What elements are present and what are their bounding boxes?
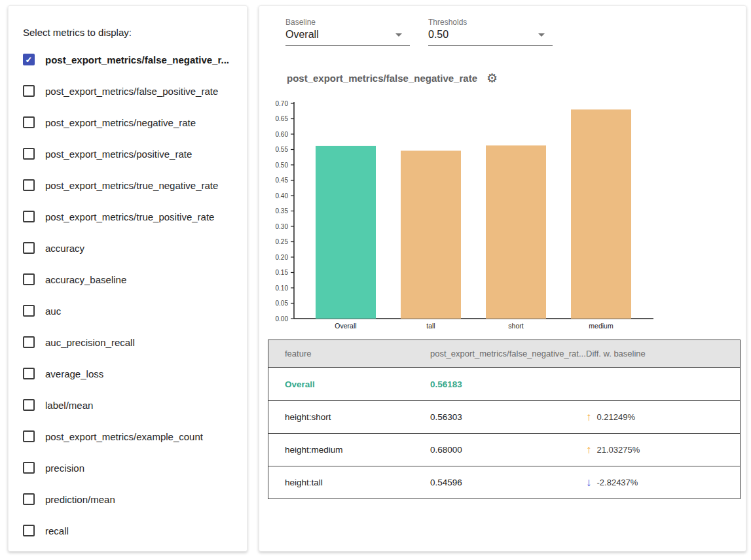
bar-tall[interactable] — [401, 150, 461, 319]
value-cell: 0.54596 — [430, 478, 586, 487]
checkbox[interactable]: ✓ — [23, 399, 35, 411]
metrics-panel: Baseline Overall Thresholds 0.50 post_ex… — [259, 5, 746, 551]
metric-checkbox-item[interactable]: ✓ precision — [23, 452, 242, 483]
checkbox[interactable]: ✓ — [23, 116, 35, 128]
metric-checkbox-item[interactable]: ✓ post_export_metrics/true_positive_rate — [23, 201, 242, 232]
chart-title: post_export_metrics/false_negative_rate — [287, 73, 477, 84]
y-tick-label: 0.50 — [276, 162, 289, 169]
metric-checkbox-item[interactable]: ✓ post_export_metrics/example_count — [23, 421, 242, 452]
checkbox[interactable]: ✓ — [23, 273, 35, 285]
diff-cell: ↑ 0.21249% — [586, 411, 740, 423]
y-tick-label: 0.70 — [276, 100, 289, 107]
y-tick-label: 0.15 — [276, 269, 289, 276]
baseline-label: Baseline — [285, 18, 410, 27]
x-category-label: short — [508, 322, 523, 330]
baseline-value: Overall — [285, 29, 319, 41]
checkbox[interactable]: ✓ — [23, 462, 35, 474]
thresholds-label: Thresholds — [428, 18, 553, 27]
metric-label: post_export_metrics/true_negative_rate — [45, 180, 218, 191]
metric-checkbox-item[interactable]: ✓ auc_precision_recall — [23, 326, 242, 358]
metric-checkbox-item[interactable]: ✓ accuracy_baseline — [23, 264, 242, 295]
table-row: height:short 0.56303 ↑ 0.21249% — [268, 400, 740, 433]
metric-checkbox-item[interactable]: ✓ average_loss — [23, 358, 242, 389]
value-cell: 0.56303 — [430, 412, 586, 422]
y-tick-label: 0.20 — [276, 254, 289, 261]
thresholds-dropdown[interactable]: Thresholds 0.50 — [428, 18, 553, 46]
metric-selector-title: Select metrics to display: — [23, 27, 132, 38]
metric-checkbox-item[interactable]: ✓ post_export_metrics/false_positive_rat… — [23, 75, 242, 107]
metric-checkbox-item[interactable]: ✓ auc — [23, 295, 242, 326]
bar-medium[interactable] — [571, 109, 631, 319]
y-tick-label: 0.60 — [276, 131, 289, 138]
value-cell: 0.56183 — [430, 379, 586, 389]
metric-label: post_export_metrics/positive_rate — [45, 149, 192, 160]
controls-row: Baseline Overall Thresholds 0.50 — [285, 18, 553, 46]
feature-cell: height:medium — [268, 445, 430, 455]
bar-Overall[interactable] — [316, 146, 376, 319]
y-tick-label: 0.45 — [276, 177, 289, 184]
checkbox[interactable]: ✓ — [23, 430, 35, 442]
settings-gear-icon[interactable]: ⚙ — [486, 72, 498, 84]
metric-checkbox-item[interactable]: ✓ post_export_metrics/negative_rate — [23, 107, 242, 138]
metric-label: post_export_metrics/false_negative_r... — [45, 54, 229, 65]
dropdown-arrow-icon — [395, 33, 402, 37]
feature-cell: height:tall — [268, 478, 430, 487]
metric-label: precision — [45, 463, 84, 474]
dropdown-arrow-icon — [538, 33, 545, 37]
metric-label: post_export_metrics/example_count — [45, 431, 203, 442]
checkbox[interactable]: ✓ — [23, 368, 35, 379]
feature-cell: Overall — [268, 379, 430, 389]
metric-label: auc_precision_recall — [45, 337, 135, 348]
up-arrow-icon: ↑ — [586, 411, 592, 423]
metric-list: ✓ post_export_metrics/false_negative_r..… — [23, 44, 242, 546]
metric-label: accuracy_baseline — [45, 274, 126, 285]
metric-checkbox-item[interactable]: ✓ post_export_metrics/true_negative_rate — [23, 169, 242, 201]
col-header-metric: post_export_metrics/false_negative_rat..… — [430, 349, 586, 359]
y-tick-label: 0.40 — [276, 192, 289, 200]
diff-cell: ↑ 21.03275% — [586, 444, 740, 455]
y-tick-label: 0.10 — [276, 285, 289, 292]
x-category-label: tall — [426, 322, 435, 330]
x-category-label: medium — [589, 322, 614, 330]
thresholds-value: 0.50 — [428, 29, 449, 41]
table-row: height:tall 0.54596 ↓ -2.82437% — [268, 466, 740, 499]
col-header-diff: Diff. w. baseline — [586, 349, 740, 359]
metric-label: post_export_metrics/false_positive_rate — [45, 86, 218, 97]
x-category-label: Overall — [335, 322, 356, 330]
diff-cell: ↓ -2.82437% — [586, 477, 740, 488]
checkbox[interactable]: ✓ — [23, 85, 35, 97]
metric-label: post_export_metrics/negative_rate — [45, 117, 196, 128]
chart-header: post_export_metrics/false_negative_rate … — [287, 72, 498, 84]
baseline-dropdown[interactable]: Baseline Overall — [285, 18, 410, 46]
checkbox[interactable]: ✓ — [23, 242, 35, 254]
y-tick-label: 0.30 — [276, 223, 289, 230]
checkbox[interactable]: ✓ — [23, 305, 35, 317]
metric-label: recall — [45, 525, 69, 536]
table-row: Overall 0.56183 — [268, 368, 740, 400]
checkbox[interactable]: ✓ — [23, 336, 35, 348]
table-row: height:medium 0.68000 ↑ 21.03275% — [268, 433, 740, 466]
bar-short[interactable] — [486, 145, 546, 319]
check-icon: ✓ — [26, 56, 33, 64]
checkbox[interactable]: ✓ — [23, 493, 35, 505]
checkbox[interactable]: ✓ — [23, 179, 35, 191]
checkbox[interactable]: ✓ — [23, 211, 35, 222]
metric-checkbox-item[interactable]: ✓ accuracy — [23, 232, 242, 264]
checkbox[interactable]: ✓ — [23, 525, 35, 536]
metric-checkbox-item[interactable]: ✓ post_export_metrics/positive_rate — [23, 138, 242, 169]
metric-checkbox-item[interactable]: ✓ prediction/mean — [23, 483, 242, 515]
bar-chart: 0.000.050.100.150.200.250.300.350.400.45… — [270, 98, 663, 337]
checkbox[interactable]: ✓ — [23, 54, 35, 65]
table-header-row: feature post_export_metrics/false_negati… — [268, 340, 740, 368]
metrics-table: feature post_export_metrics/false_negati… — [268, 340, 741, 499]
metrics-table-body: Overall 0.56183 height:short 0.56303 ↑ 0… — [268, 368, 740, 499]
metric-label: label/mean — [45, 400, 93, 411]
metric-label: prediction/mean — [45, 494, 115, 505]
value-cell: 0.68000 — [430, 445, 586, 455]
checkbox[interactable]: ✓ — [23, 148, 35, 160]
metric-checkbox-item[interactable]: ✓ post_export_metrics/false_negative_r..… — [23, 44, 242, 75]
y-tick-label: 0.65 — [276, 115, 289, 122]
metric-checkbox-item[interactable]: ✓ label/mean — [23, 389, 242, 421]
metric-checkbox-item[interactable]: ✓ recall — [23, 515, 242, 546]
col-header-feature: feature — [268, 349, 430, 359]
